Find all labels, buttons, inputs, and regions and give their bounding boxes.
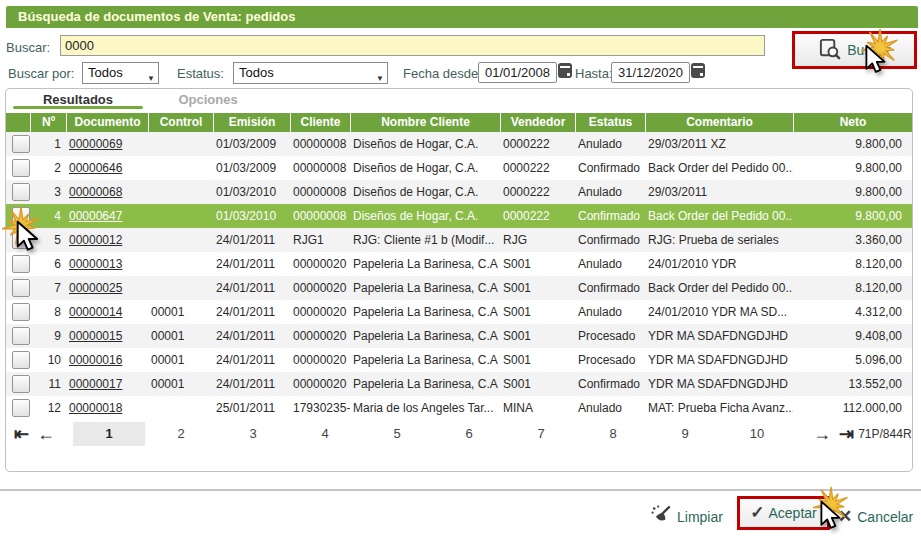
search-documents-dialog: Búsqueda de documentos de Venta: pedidos… (0, 0, 921, 536)
table-row[interactable]: 11000000170000124/01/201100000020Papeler… (6, 372, 912, 396)
comentario-value: 24/01/2010 YDR (645, 257, 793, 271)
calendar-icon[interactable] (691, 63, 705, 78)
vendedor-value: 0000222 (500, 209, 575, 223)
documento-link[interactable]: 00000014 (69, 305, 122, 319)
documento-link[interactable]: 00000017 (69, 377, 122, 391)
row-checkbox[interactable] (12, 135, 30, 153)
cancelar-button[interactable]: ✕ Cancelar (838, 504, 913, 530)
row-number: 10 (30, 353, 66, 367)
neto-value: 9.800,00 (793, 185, 912, 199)
column-header-control[interactable]: Control (148, 113, 213, 132)
table-row[interactable]: 10000006901/03/200900000008Diseños de Ho… (6, 132, 912, 156)
row-checkbox[interactable] (12, 255, 30, 273)
table-row[interactable]: 8000000140000124/01/201100000020Papeleri… (6, 300, 912, 324)
row-checkbox[interactable] (12, 399, 30, 417)
page-number-9[interactable]: 9 (649, 422, 721, 446)
dialog-title: Búsqueda de documentos de Venta: pedidos (6, 6, 918, 28)
estatus-select[interactable]: Todos ▼ (233, 62, 388, 84)
table-row[interactable]: 20000064601/03/200900000008Diseños de Ho… (6, 156, 912, 180)
row-number: 12 (30, 401, 66, 415)
close-icon: ✕ (838, 507, 852, 527)
next-page-button[interactable]: → (809, 422, 835, 446)
aceptar-button[interactable]: ✓ Aceptar (737, 496, 830, 530)
page-number-8[interactable]: 8 (577, 422, 649, 446)
row-checkbox[interactable] (12, 183, 30, 201)
emision-value: 24/01/2011 (213, 329, 290, 343)
page-number-2[interactable]: 2 (145, 422, 217, 446)
neto-value: 5.096,00 (793, 353, 912, 367)
table-row[interactable]: 30000006801/03/201000000008Diseños de Ho… (6, 180, 912, 204)
row-checkbox[interactable] (12, 231, 30, 249)
estatus-value: Anulado (575, 137, 645, 151)
page-number-3[interactable]: 3 (217, 422, 289, 446)
last-page-button[interactable]: ⇥ (835, 422, 858, 446)
buscar-por-select[interactable]: Todos ▼ (82, 62, 159, 84)
column-header-neto[interactable]: Neto (793, 113, 912, 132)
documento-link[interactable]: 00000647 (69, 209, 122, 223)
cliente-value: RJG1 (290, 233, 350, 247)
buscar-button[interactable]: Buscar (792, 31, 917, 69)
row-checkbox[interactable] (12, 351, 30, 369)
limpiar-button[interactable]: Limpiar (650, 504, 723, 530)
search-input[interactable] (60, 35, 765, 56)
page-number-7[interactable]: 7 (505, 422, 577, 446)
vendedor-value: RJG (500, 233, 575, 247)
documento-link[interactable]: 00000069 (69, 137, 122, 151)
table-row[interactable]: 9000000150000124/01/201100000020Papeleri… (6, 324, 912, 348)
row-checkbox[interactable] (12, 159, 30, 177)
table-row[interactable]: 50000001224/01/2011RJG1RJG: Cliente #1 b… (6, 228, 912, 252)
calendar-icon[interactable] (558, 63, 572, 78)
row-checkbox[interactable] (12, 279, 30, 297)
row-checkbox[interactable] (12, 207, 30, 225)
documento-link[interactable]: 00000015 (69, 329, 122, 343)
table-row[interactable]: 120000001825/01/201117930235-1Maria de l… (6, 396, 912, 420)
column-header-documento[interactable]: Documento (66, 113, 148, 132)
comentario-value: RJG: Prueba de seriales (645, 233, 793, 247)
aceptar-label: Aceptar (769, 505, 817, 521)
tab-opciones[interactable]: Opciones (143, 92, 273, 107)
table-row[interactable]: 10000000160000124/01/201100000020Papeler… (6, 348, 912, 372)
table-row[interactable]: 60000001324/01/201100000020Papeleria La … (6, 252, 912, 276)
documento-link[interactable]: 00000012 (69, 233, 122, 247)
column-header-estatus[interactable]: Estatus (575, 113, 645, 132)
column-header-select[interactable] (6, 113, 30, 132)
documento-link[interactable]: 00000646 (69, 161, 122, 175)
fecha-desde-input[interactable]: 01/01/2008 (478, 62, 557, 83)
broom-icon (650, 504, 672, 530)
documento-link[interactable]: 00000016 (69, 353, 122, 367)
buscar-por-value: Todos (88, 65, 123, 80)
table-row[interactable]: 40000064701/03/201000000008Diseños de Ho… (6, 204, 912, 228)
documento-link[interactable]: 00000013 (69, 257, 122, 271)
cliente-value: 00000020 (290, 377, 350, 391)
column-header-emisi-n[interactable]: Emisión (213, 113, 290, 132)
page-number-1[interactable]: 1 (73, 422, 145, 446)
comentario-value: Back Order del Pedido 00... (645, 161, 793, 175)
page-number-4[interactable]: 4 (289, 422, 361, 446)
documento-link[interactable]: 00000068 (69, 185, 122, 199)
page-number-5[interactable]: 5 (361, 422, 433, 446)
row-checkbox[interactable] (12, 375, 30, 393)
column-header-n-[interactable]: Nº (30, 113, 66, 132)
column-header-vendedor[interactable]: Vendedor (500, 113, 575, 132)
column-header-cliente[interactable]: Cliente (290, 113, 350, 132)
prev-page-button[interactable]: ← (33, 422, 59, 446)
table-row[interactable]: 70000002524/01/201100000020Papeleria La … (6, 276, 912, 300)
estatus-value: Anulado (575, 257, 645, 271)
page-number-10[interactable]: 10 (721, 422, 793, 446)
column-header-nombre-cliente[interactable]: Nombre Cliente (350, 113, 500, 132)
column-header-comentario[interactable]: Comentario (645, 113, 793, 132)
first-page-button[interactable]: ⇤ (10, 422, 33, 446)
emision-value: 24/01/2011 (213, 257, 290, 271)
vendedor-value: S001 (500, 353, 575, 367)
page-number-6[interactable]: 6 (433, 422, 505, 446)
documento-link[interactable]: 00000025 (69, 281, 122, 295)
documento-link[interactable]: 00000018 (69, 401, 122, 415)
emision-value: 01/03/2010 (213, 209, 290, 223)
chevron-down-icon: ▼ (376, 69, 384, 89)
hasta-input[interactable]: 31/12/2020 (611, 62, 690, 83)
row-checkbox[interactable] (12, 327, 30, 345)
row-checkbox[interactable] (12, 303, 30, 321)
emision-value: 24/01/2011 (213, 305, 290, 319)
tab-resultados[interactable]: Resultados (13, 92, 143, 107)
cliente-value: 00000020 (290, 281, 350, 295)
